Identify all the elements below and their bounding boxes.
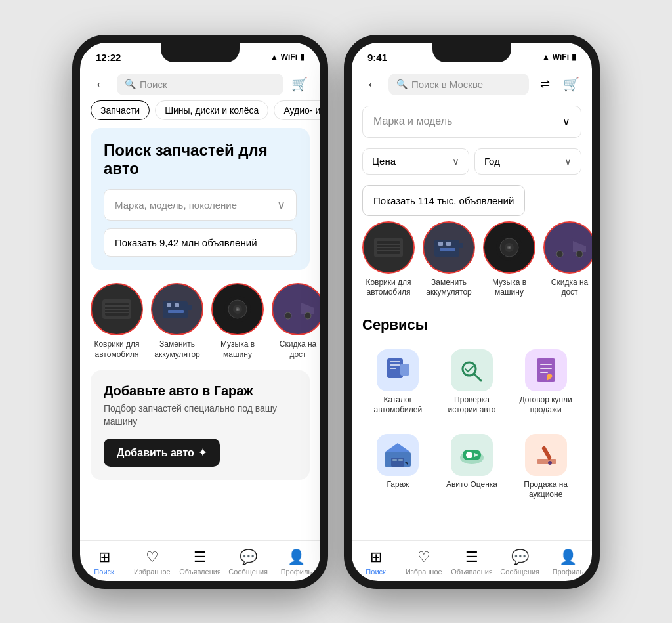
nav-search-left[interactable]: ⊞ Поиск bbox=[80, 546, 128, 578]
circle-speaker-left[interactable]: Музыка в машину bbox=[211, 283, 264, 360]
back-button-left[interactable]: ← bbox=[91, 74, 112, 95]
nav-favorites-left[interactable]: ♡ Избранное bbox=[128, 546, 176, 578]
circle-battery-right[interactable]: Заменить аккумулятор bbox=[423, 221, 475, 298]
circle-battery-left[interactable]: Заменить аккумулятор bbox=[151, 283, 203, 360]
nav-profile-right[interactable]: 👤 Профиль bbox=[544, 546, 592, 578]
service-history[interactable]: Проверка истории авто bbox=[436, 341, 508, 423]
svg-marker-35 bbox=[573, 241, 586, 252]
circle-speaker-right[interactable]: Музыка в машину bbox=[483, 221, 536, 298]
circle-delivery-right[interactable]: Скидка на дост bbox=[543, 221, 592, 298]
search-placeholder-left: Поиск bbox=[140, 79, 167, 90]
carpet-icon-right bbox=[369, 228, 408, 267]
cart-button-left[interactable]: 🛒 bbox=[289, 74, 310, 95]
circle-carpet-img-right bbox=[362, 221, 415, 274]
service-garage[interactable]: Гараж bbox=[362, 426, 434, 508]
year-label: Год bbox=[484, 156, 500, 167]
service-catalog[interactable]: Каталог автомобилей bbox=[362, 341, 434, 423]
circle-battery-img-right bbox=[423, 221, 475, 274]
search-bar-left[interactable]: 🔍 Поиск bbox=[117, 74, 284, 95]
right-screen: 9:41 ▲ WiFi ▮ ← 🔍 Поиск в Москве ⇌ 🛒 Мар… bbox=[352, 43, 592, 581]
chip-audio[interactable]: Аудио- и виде bbox=[274, 100, 320, 120]
circle-label-battery-right: Заменить аккумулятор bbox=[423, 278, 475, 298]
status-icons-left: ▲ WiFi ▮ bbox=[270, 53, 304, 62]
chip-shiny[interactable]: Шины, диски и колёса bbox=[155, 100, 268, 120]
hero-section-left: Поиск запчастей для авто Марка, модель, … bbox=[91, 128, 310, 270]
back-button-right[interactable]: ← bbox=[362, 74, 383, 95]
circle-carpet-right[interactable]: Коврики для автомобиля bbox=[362, 221, 415, 298]
battery-icon: ▮ bbox=[300, 53, 304, 62]
nav-favorites-right[interactable]: ♡ Избранное bbox=[400, 546, 448, 578]
bottom-nav-left: ⊞ Поиск ♡ Избранное ☰ Объявления 💬 Сообщ… bbox=[80, 540, 320, 581]
notch bbox=[161, 43, 240, 62]
circle-battery-img-left bbox=[151, 283, 203, 335]
svg-point-37 bbox=[576, 251, 583, 257]
add-car-label: Добавить авто bbox=[117, 447, 194, 459]
service-auction[interactable]: Продажа на аукционе bbox=[510, 426, 581, 508]
year-filter[interactable]: Год ∨ bbox=[474, 148, 581, 175]
nav-listings-right[interactable]: ☰ Объявления bbox=[448, 546, 495, 578]
nav-listings-left[interactable]: ☰ Объявления bbox=[176, 546, 224, 578]
chip-zapchasti[interactable]: Запчасти bbox=[91, 100, 150, 120]
circle-label-carpet-right: Коврики для автомобиля bbox=[362, 278, 415, 298]
services-grid: Каталог автомобилей Проверка истории авт… bbox=[352, 341, 592, 508]
svg-point-57 bbox=[466, 452, 472, 458]
profile-nav-icon: 👤 bbox=[287, 549, 305, 566]
nav-profile-left[interactable]: 👤 Профиль bbox=[272, 546, 320, 578]
circle-label-battery-left: Заменить аккумулятор bbox=[151, 339, 203, 360]
messages-nav-icon-right: 💬 bbox=[511, 549, 529, 566]
filter-row-right: Цена ∨ Год ∨ bbox=[352, 143, 592, 180]
header-nav-left: ← 🔍 Поиск 🛒 bbox=[80, 68, 320, 100]
circle-carpet-left[interactable]: Коврики для автомобиля bbox=[91, 283, 143, 360]
svg-marker-16 bbox=[301, 303, 314, 314]
filter-button-right[interactable]: ⇌ bbox=[534, 74, 555, 95]
svg-point-14 bbox=[237, 309, 239, 311]
status-time-right: 9:41 bbox=[368, 52, 387, 63]
history-svg bbox=[456, 354, 488, 386]
nav-profile-label: Профиль bbox=[281, 568, 312, 576]
search-icon-right: 🔍 bbox=[396, 79, 408, 89]
service-history-label: Проверка истории авто bbox=[442, 395, 503, 416]
screen-content-right: Марка и модель ∨ Цена ∨ Год ∨ Показать 1… bbox=[352, 100, 592, 540]
nav-messages-left[interactable]: 💬 Сообщения bbox=[224, 546, 272, 578]
wifi-icon: WiFi bbox=[281, 53, 297, 62]
garage-svg bbox=[382, 439, 413, 471]
circle-delivery-left[interactable]: Скидка на дост bbox=[272, 283, 320, 360]
svg-rect-28 bbox=[440, 248, 455, 251]
make-model-arrow: ∨ bbox=[562, 116, 570, 128]
service-contract-label: Договор купли продажи bbox=[515, 395, 576, 416]
nav-search-right[interactable]: ⊞ Поиск bbox=[352, 546, 400, 578]
profile-nav-icon-right: 👤 bbox=[559, 549, 577, 566]
cart-button-right[interactable]: 🛒 bbox=[560, 74, 581, 95]
model-select-left[interactable]: Марка, модель, поколение ∨ bbox=[104, 189, 297, 221]
catalog-svg bbox=[382, 354, 413, 386]
show-listings-button-right[interactable]: Показать 114 тыс. объявлений bbox=[362, 185, 525, 216]
model-select-arrow: ∨ bbox=[277, 198, 285, 212]
listings-nav-icon-right: ☰ bbox=[465, 549, 478, 566]
wifi-icon-right: WiFi bbox=[553, 53, 569, 62]
make-model-select[interactable]: Марка и модель ∨ bbox=[362, 106, 581, 138]
show-listings-button-left[interactable]: Показать 9,42 млн объявлений bbox=[104, 228, 297, 257]
nav-messages-right[interactable]: 💬 Сообщения bbox=[496, 546, 544, 578]
signal-icon-right: ▲ bbox=[542, 53, 550, 62]
service-valuation[interactable]: Авито Оценка bbox=[436, 426, 508, 508]
service-auction-label: Продажа на аукционе bbox=[515, 480, 576, 500]
garage-desc: Подбор запчастей специально под вашу маш… bbox=[104, 402, 297, 428]
price-filter[interactable]: Цена ∨ bbox=[362, 148, 469, 175]
battery-icon-right: ▮ bbox=[572, 53, 576, 62]
circle-label-delivery-right: Скидка на дост bbox=[543, 278, 592, 298]
category-chips-left: Запчасти Шины, диски и колёса Аудио- и в… bbox=[80, 100, 320, 128]
make-model-text: Марка и модель bbox=[373, 116, 452, 127]
svg-line-44 bbox=[474, 374, 481, 381]
svg-rect-46 bbox=[540, 364, 552, 365]
search-bar-right[interactable]: 🔍 Поиск в Москве bbox=[388, 74, 529, 95]
add-car-button[interactable]: Добавить авто ✦ bbox=[104, 439, 220, 467]
service-contract[interactable]: Договор купли продажи bbox=[510, 341, 581, 423]
garage-title: Добавьте авто в Гараж bbox=[104, 383, 297, 398]
svg-rect-27 bbox=[446, 242, 451, 246]
svg-rect-8 bbox=[175, 303, 179, 307]
svg-rect-7 bbox=[167, 303, 171, 307]
left-phone: 12:22 ▲ WiFi ▮ ← 🔍 Поиск 🛒 Запчасти Шины… bbox=[72, 35, 328, 589]
svg-point-33 bbox=[509, 246, 511, 248]
hero-title-left: Поиск запчастей для авто bbox=[104, 141, 297, 179]
svg-point-36 bbox=[556, 251, 563, 257]
